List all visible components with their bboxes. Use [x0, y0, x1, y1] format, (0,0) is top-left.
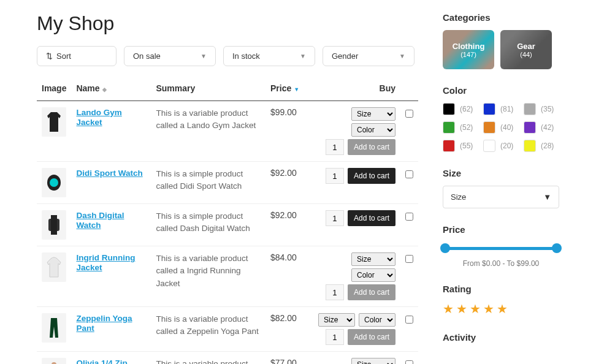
star-icon: ★ — [456, 301, 467, 316]
product-thumb[interactable] — [42, 168, 66, 197]
product-summary: This is a simple product called Dash Dig… — [151, 204, 266, 246]
bulk-select-checkbox[interactable] — [405, 316, 413, 324]
product-thumb[interactable] — [42, 252, 66, 282]
size-heading: Size — [443, 168, 559, 178]
add-to-cart-button[interactable]: Add to cart — [348, 210, 395, 226]
color-swatch[interactable]: (42) — [524, 121, 559, 134]
star-icon: ★ — [497, 301, 508, 316]
table-row: Olivia 1/4 Zip Light JacketThis is a var… — [37, 352, 418, 365]
slider-handle-max[interactable] — [552, 243, 562, 253]
color-swatch[interactable]: (81) — [483, 103, 519, 115]
product-link[interactable]: Dash Digital Watch — [76, 211, 124, 230]
star-icon: ★ — [483, 301, 494, 316]
product-link[interactable]: Didi Sport Watch — [76, 169, 142, 178]
table-row: Lando Gym JacketThis is a variable produ… — [37, 101, 418, 162]
add-to-cart-button[interactable]: Add to cart — [348, 139, 395, 155]
product-summary: This is a variable product called a Oliv… — [151, 352, 266, 365]
table-row: Zeppelin Yoga PantThis is a variable pro… — [37, 307, 418, 352]
size-variant-select[interactable]: Size — [318, 313, 355, 327]
swatch-box — [443, 103, 455, 115]
swatch-count: (28) — [541, 142, 554, 150]
product-link[interactable]: Olivia 1/4 Zip Light Jacket — [76, 358, 127, 364]
category-count: (44) — [520, 51, 532, 58]
size-variant-select[interactable]: Size — [351, 252, 395, 266]
product-thumb[interactable] — [42, 107, 66, 137]
product-thumb[interactable] — [42, 210, 66, 240]
color-swatch[interactable]: (35) — [524, 103, 559, 115]
qty-input[interactable] — [326, 210, 344, 226]
color-swatch[interactable]: (52) — [443, 121, 478, 134]
swatch-count: (35) — [541, 105, 554, 113]
category-gear[interactable]: Gear(44) — [500, 30, 552, 69]
col-image[interactable]: Image — [37, 76, 71, 101]
color-variant-select[interactable]: Color — [351, 123, 395, 137]
filter-bar: ⇅ Sort On sale ▼ In stock ▼ Gender ▼ — [37, 46, 418, 66]
chevron-down-icon: ▼ — [399, 53, 405, 59]
swatch-count: (81) — [500, 105, 513, 113]
add-to-cart-button[interactable]: Add to cart — [348, 284, 395, 300]
qty-input[interactable] — [326, 329, 344, 345]
size-select[interactable]: Size ▼ — [443, 186, 559, 208]
swatch-box — [483, 140, 495, 152]
bulk-select-checkbox[interactable] — [405, 213, 413, 221]
col-name[interactable]: Name◆ — [71, 76, 151, 101]
gender-label: Gender — [332, 51, 358, 61]
col-buy[interactable]: Buy — [308, 76, 400, 101]
product-price: $92.00 — [266, 204, 308, 246]
price-heading: Price — [443, 224, 559, 235]
bulk-select-checkbox[interactable] — [405, 170, 413, 178]
product-thumb[interactable] — [42, 313, 66, 343]
sort-button[interactable]: ⇅ Sort — [37, 46, 117, 66]
rating-stars[interactable]: ★ ★ ★ ★ ★ — [443, 301, 559, 316]
sort-icon: ⇅ — [46, 51, 53, 61]
swatch-count: (40) — [500, 123, 513, 132]
onsale-label: On sale — [133, 51, 161, 61]
swatch-box — [524, 140, 536, 152]
category-label: Gear — [517, 42, 535, 51]
category-clothing[interactable]: Clothing(147) — [443, 30, 494, 69]
add-to-cart-button[interactable]: Add to cart — [348, 329, 395, 345]
product-link[interactable]: Ingrid Running Jacket — [76, 253, 135, 272]
bulk-select-checkbox[interactable] — [405, 110, 413, 118]
product-thumb[interactable] — [42, 358, 66, 364]
product-link[interactable]: Zeppelin Yoga Pant — [76, 314, 132, 333]
chevron-down-icon: ▼ — [300, 53, 306, 59]
categories-heading: Categories — [443, 12, 559, 23]
size-variant-select[interactable]: Size — [351, 358, 395, 364]
svg-rect-3 — [51, 215, 57, 235]
swatch-box — [524, 103, 536, 115]
gender-filter[interactable]: Gender ▼ — [323, 46, 415, 66]
price-slider[interactable] — [443, 242, 559, 254]
bulk-select-checkbox[interactable] — [405, 360, 413, 364]
color-swatch[interactable]: (62) — [443, 103, 478, 115]
product-summary: This is a simple product called Didi Spo… — [151, 162, 266, 204]
col-price[interactable]: Price▼ — [266, 76, 308, 101]
color-swatch[interactable]: (40) — [483, 121, 519, 134]
chevron-down-icon: ▼ — [543, 192, 551, 202]
product-link[interactable]: Lando Gym Jacket — [76, 108, 121, 127]
star-icon: ★ — [443, 301, 454, 316]
swatch-count: (62) — [460, 105, 473, 113]
sort-asc-icon: ▼ — [294, 86, 299, 93]
bulk-select-checkbox[interactable] — [405, 255, 413, 263]
color-swatch[interactable]: (20) — [483, 140, 519, 152]
color-heading: Color — [443, 85, 559, 96]
color-swatch[interactable]: (55) — [443, 140, 478, 152]
sort-label: Sort — [56, 51, 71, 61]
product-summary: This is a variable product called a Ingr… — [151, 246, 266, 307]
qty-input[interactable] — [326, 168, 344, 184]
instock-filter[interactable]: In stock ▼ — [223, 46, 315, 66]
color-swatch[interactable]: (28) — [524, 140, 559, 152]
qty-input[interactable] — [326, 139, 344, 155]
size-variant-select[interactable]: Size — [351, 107, 395, 121]
rating-heading: Rating — [443, 284, 559, 294]
onsale-filter[interactable]: On sale ▼ — [124, 46, 216, 66]
col-summary[interactable]: Summary — [151, 76, 266, 101]
slider-handle-min[interactable] — [440, 243, 450, 253]
color-variant-select[interactable]: Color — [359, 313, 395, 327]
qty-input[interactable] — [326, 284, 344, 300]
page-title: My Shop — [37, 12, 418, 35]
add-to-cart-button[interactable]: Add to cart — [348, 168, 395, 184]
svg-point-1 — [50, 178, 58, 187]
color-variant-select[interactable]: Color — [351, 268, 395, 282]
